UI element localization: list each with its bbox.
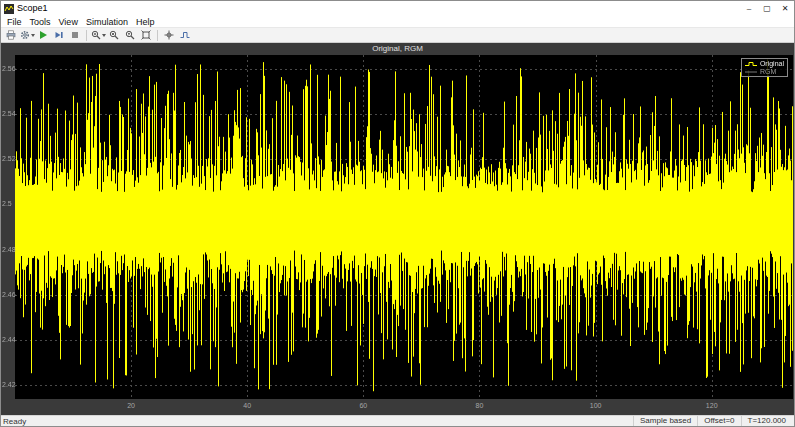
trigger-icon [180,30,190,40]
plot-title: Original, RGM [1,44,794,53]
scope-view: Original, RGM Original RGM 2.562.542.522… [1,43,794,415]
menu-item-simulation[interactable]: Simulation [82,16,132,28]
scope-window: Scope1 – ▢ ✕ File Tools View Simulation … [0,0,795,427]
gear-icon [20,30,30,40]
x-tick-label: 20 [123,402,139,410]
cursor-measurements-icon [164,30,174,40]
y-tick-label: 2.56 [2,65,16,73]
plot-area: Original RGM [15,55,793,399]
maximize-button[interactable]: ▢ [758,1,776,16]
trigger-button[interactable] [177,29,193,42]
x-tick-label: 80 [471,402,487,410]
print-button[interactable] [3,29,19,42]
legend[interactable]: Original RGM [741,58,788,77]
stop-icon [70,30,80,40]
measurements-button[interactable] [161,29,177,42]
status-offset: Offset=0 [697,416,740,426]
status-time: T=120.000 [741,416,792,426]
run-button[interactable] [35,29,51,42]
legend-line-rgm-icon [745,69,757,75]
zoom-x-button[interactable] [106,29,122,42]
step-forward-button[interactable] [51,29,67,42]
print-icon [6,30,16,40]
y-tick-label: 2.48 [2,246,16,254]
zoom-y-icon [125,30,135,40]
minimize-button[interactable]: – [740,1,758,16]
zoom-in-button[interactable] [90,29,106,42]
close-button[interactable]: ✕ [776,1,794,16]
scope-app-icon [4,4,14,14]
menu-item-file[interactable]: File [3,16,26,28]
y-tick-label: 2.54 [2,110,16,118]
y-tick-label: 2.44 [2,336,16,344]
legend-label-rgm: RGM [760,68,776,75]
parameters-button[interactable] [19,29,35,42]
menu-item-help[interactable]: Help [132,16,159,28]
y-tick-label: 2.5 [2,200,12,208]
title-bar[interactable]: Scope1 – ▢ ✕ [1,1,794,16]
step-forward-icon [54,30,64,40]
zoom-in-icon [91,30,101,40]
fit-to-view-button[interactable] [138,29,154,42]
zoom-x-icon [109,30,119,40]
status-sample-mode: Sample based [633,416,697,426]
x-tick-label: 40 [239,402,255,410]
zoom-y-button[interactable] [122,29,138,42]
toolbar [1,28,794,43]
y-tick-label: 2.46 [2,291,16,299]
stop-button[interactable] [67,29,83,42]
y-tick-label: 2.52 [2,155,16,163]
y-tick-label: 2.42 [2,381,16,389]
legend-item-rgm[interactable]: RGM [745,68,784,75]
toolbar-separator [157,30,158,41]
legend-label-original: Original [760,60,784,67]
run-icon [38,30,48,40]
status-ready: Ready [3,417,26,426]
signal-canvas[interactable] [15,55,793,399]
x-tick-label: 120 [704,402,720,410]
legend-line-original-icon [745,61,757,67]
x-tick-label: 60 [355,402,371,410]
fit-to-view-icon [141,30,151,40]
x-tick-label: 100 [588,402,604,410]
menu-item-view[interactable]: View [55,16,82,28]
status-bar: Ready Sample based Offset=0 T=120.000 [1,415,794,426]
legend-item-original[interactable]: Original [745,60,784,67]
zoom-dropdown-caret [102,34,106,37]
window-title: Scope1 [17,1,48,16]
menu-bar: File Tools View Simulation Help [1,16,794,28]
parameters-dropdown-caret [31,34,35,37]
toolbar-separator [86,30,87,41]
menu-item-tools[interactable]: Tools [26,16,55,28]
